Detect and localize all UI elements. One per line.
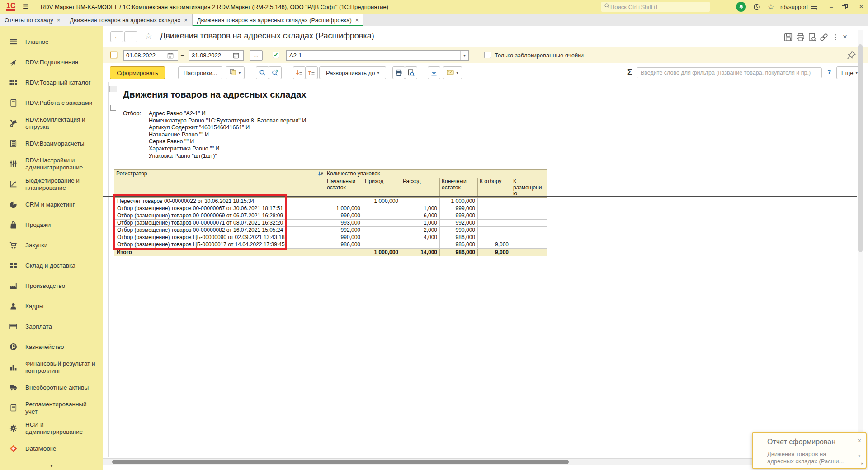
date-to-input[interactable] xyxy=(189,52,231,59)
notification-link[interactable]: Движения товаров на адресных складах (Ра… xyxy=(767,451,848,465)
locked-cells-checkbox[interactable] xyxy=(484,52,491,58)
cell-filter-checkbox[interactable]: ✓ xyxy=(273,52,279,58)
sidebar-item-rdv-orders[interactable]: RDV:Работа с заказами xyxy=(0,93,103,113)
tab-close-icon[interactable]: × xyxy=(184,17,188,24)
sort-icon[interactable] xyxy=(318,171,324,178)
column-header[interactable]: Конечный остаток xyxy=(440,178,478,198)
print-preview-icon[interactable] xyxy=(807,33,817,42)
period-select-button[interactable]: ... xyxy=(250,50,263,61)
print-button[interactable] xyxy=(392,66,405,79)
pin-icon[interactable] xyxy=(847,51,856,60)
discussions-icon[interactable] xyxy=(736,2,746,12)
sidebar-item-crm[interactable]: CRM и маркетинг xyxy=(0,194,103,215)
sidebar-item-treasury[interactable]: Казначейство xyxy=(0,337,103,357)
sidebar-item-regaccounting[interactable]: Регламентированный учет xyxy=(0,398,103,418)
back-button[interactable]: ← xyxy=(110,31,123,42)
link-icon[interactable] xyxy=(819,33,829,42)
quick-filter-input[interactable] xyxy=(637,70,821,76)
horizontal-scrollbar[interactable] xyxy=(103,458,857,465)
calendar-icon[interactable] xyxy=(165,51,175,60)
save-icon[interactable] xyxy=(783,33,793,42)
send-email-button[interactable]: ▾ xyxy=(443,66,462,79)
sidebar-item-main[interactable]: Главное xyxy=(0,32,103,52)
horizontal-scrollbar-thumb[interactable] xyxy=(112,460,569,464)
date-from-input[interactable] xyxy=(124,52,165,59)
more-dots-icon[interactable] xyxy=(830,33,840,42)
notification-collapse-icon[interactable]: ▾ xyxy=(858,454,860,458)
date-to-field[interactable] xyxy=(189,50,244,61)
column-header[interactable]: Расход xyxy=(401,178,440,198)
sidebar-more-caret-icon[interactable]: ▼ xyxy=(0,463,103,468)
cell-combo-field[interactable]: ▾ xyxy=(286,50,469,61)
print-preview-button[interactable] xyxy=(405,66,417,79)
column-header[interactable]: Приход xyxy=(363,178,401,198)
history-icon[interactable] xyxy=(751,2,761,11)
search-input[interactable] xyxy=(610,4,701,10)
envelope-icon xyxy=(447,69,454,77)
find-button[interactable] xyxy=(256,66,269,79)
service-menu-icon[interactable] xyxy=(809,2,819,11)
column-header[interactable]: К размещению xyxy=(511,178,547,198)
username[interactable]: rdvsupport xyxy=(780,4,808,10)
shopping-bag-icon xyxy=(8,221,18,230)
filter-line: Характеристика Равно "" И xyxy=(149,146,306,153)
column-header[interactable]: К отбору xyxy=(478,178,511,198)
collapse-group-icon[interactable]: − xyxy=(110,105,116,111)
quick-filter-field[interactable] xyxy=(637,67,822,78)
generate-button[interactable]: Сформировать xyxy=(110,66,165,79)
sidebar-item-hr[interactable]: Кадры xyxy=(0,296,103,316)
cancel-search-button[interactable] xyxy=(269,66,282,79)
settings-button[interactable]: Настройки... xyxy=(178,66,222,79)
period-checkbox[interactable] xyxy=(110,52,117,58)
notification-close-icon[interactable]: × xyxy=(858,437,861,444)
main-menu-icon[interactable]: ☰ xyxy=(23,2,28,10)
favorite-star-icon[interactable]: ☆ xyxy=(145,31,152,41)
calendar-icon[interactable] xyxy=(231,51,241,60)
sidebar-item-rdv-admin[interactable]: RDV:Настройки и администрирование xyxy=(0,154,103,174)
notification-next-icon[interactable]: ▸ xyxy=(861,461,863,465)
collapse-groups-button[interactable] xyxy=(293,66,306,79)
vertical-scrollbar-thumb[interactable] xyxy=(858,44,863,252)
date-from-field[interactable] xyxy=(123,50,178,61)
sidebar-item-finresult[interactable]: Финансовый результат и контроллинг xyxy=(0,357,103,377)
global-search[interactable] xyxy=(601,2,710,12)
column-header-registrator[interactable]: Регистратор xyxy=(114,170,325,198)
expand-to-button[interactable]: Разворачивать до ▾ xyxy=(319,66,386,79)
vertical-scrollbar[interactable] xyxy=(858,30,863,455)
minimize-icon[interactable]: − xyxy=(826,2,836,11)
sidebar-item-warehouse[interactable]: Склад и доставка xyxy=(0,255,103,276)
sidebar-item-rdv-catalog[interactable]: RDV:Товарный каталог xyxy=(0,72,103,93)
favorites-star-icon[interactable]: ☆ xyxy=(766,2,776,11)
sidebar-item-assets[interactable]: Внеоборотные активы xyxy=(0,377,103,398)
notification-popup[interactable]: Отчет сформирован × Движения товаров на … xyxy=(752,432,867,469)
report-variants-button[interactable]: ▾ xyxy=(226,66,245,79)
restore-window-icon[interactable] xyxy=(842,4,848,9)
sidebar-item-rdv-shipping[interactable]: RDV:Комплектация и отгрузка xyxy=(0,113,103,133)
sidebar-item-budgeting[interactable]: Бюджетирование и планирование xyxy=(0,174,103,194)
tab-warehouse-reports[interactable]: Отчеты по складу × xyxy=(0,14,65,26)
sidebar-item-rdv-connections[interactable]: RDV:Подключения xyxy=(0,52,103,72)
sidebar-item-datamobile[interactable]: DataMobile xyxy=(0,438,103,459)
combo-dropdown-icon[interactable]: ▾ xyxy=(460,51,468,60)
column-group-header[interactable]: Количество упаковок xyxy=(325,170,547,178)
cell-combo-input[interactable] xyxy=(287,51,460,60)
sidebar-item-salary[interactable]: Зарплата xyxy=(0,316,103,337)
tab-close-icon[interactable]: × xyxy=(355,17,359,24)
sum-sigma-icon[interactable]: Σ xyxy=(627,68,632,77)
print-icon[interactable] xyxy=(795,33,805,42)
close-window-icon[interactable]: × xyxy=(856,2,866,11)
sidebar-item-rdv-settlements[interactable]: RDV:Взаиморасчеты xyxy=(0,133,103,154)
tab-goods-movements[interactable]: Движения товаров на адресных складах × xyxy=(65,14,193,26)
save-export-button[interactable] xyxy=(428,66,440,79)
sidebar-item-purchases[interactable]: Закупки xyxy=(0,235,103,255)
tab-goods-movements-detail[interactable]: Движения товаров на адресных складах (Ра… xyxy=(193,14,364,26)
sidebar-item-production[interactable]: Производство xyxy=(0,276,103,296)
column-header[interactable]: Начальный остаток xyxy=(325,178,363,198)
close-form-icon[interactable]: × xyxy=(840,33,850,42)
forward-button[interactable]: → xyxy=(124,31,137,42)
tab-close-icon[interactable]: × xyxy=(57,17,61,24)
expand-groups-button[interactable] xyxy=(305,66,318,79)
help-icon[interactable]: ? xyxy=(827,68,831,75)
sidebar-item-nsi[interactable]: НСИ и администрирование xyxy=(0,418,103,438)
sidebar-item-sales[interactable]: Продажи xyxy=(0,215,103,235)
